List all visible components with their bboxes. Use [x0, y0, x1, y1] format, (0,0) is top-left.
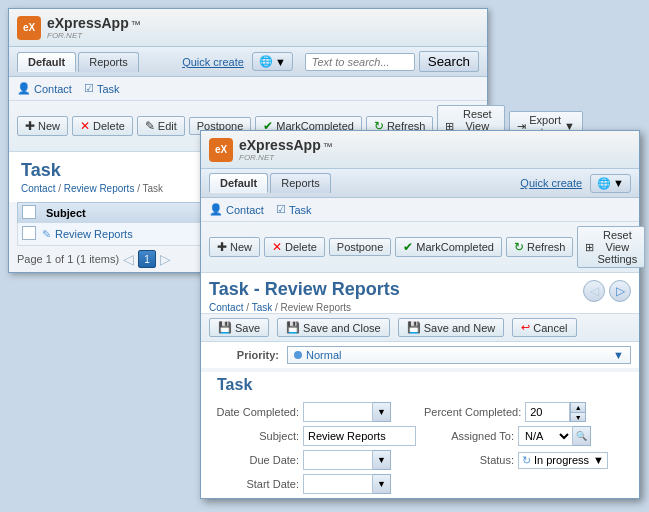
nav-arrows-2: ◁ ▷: [583, 280, 631, 302]
breadcrumb-contact-2[interactable]: Contact: [209, 302, 243, 313]
search-btn-1[interactable]: Search: [419, 51, 479, 72]
app-logo-2: eX: [209, 138, 233, 162]
tab-default-2[interactable]: Default: [209, 173, 268, 193]
breadcrumb-review-2: Review Reports: [281, 302, 352, 313]
quick-create-btn-2[interactable]: Quick create: [520, 177, 582, 189]
nav-icon-btn-2[interactable]: 🌐 ▼: [590, 174, 631, 193]
action-toolbar-2: ✚ New ✕ Delete Postpone ✔ MarkCompleted …: [201, 222, 639, 273]
save-and-new-btn-2[interactable]: 💾 Save and New: [398, 318, 505, 337]
date-completed-btn[interactable]: ▼: [373, 402, 391, 422]
next-arrow-2[interactable]: ▷: [609, 280, 631, 302]
edit-btn-1[interactable]: ✎ Edit: [137, 116, 185, 136]
due-date-row: Due Date: ▼: [209, 450, 416, 470]
percent-completed-group: ▲ ▼: [525, 402, 586, 422]
contact-icon-2: 👤: [209, 203, 223, 216]
check-icon-2: ✔: [403, 240, 413, 254]
status-dropdown[interactable]: ▼: [593, 454, 604, 466]
app-trademark-1: ™: [131, 19, 141, 30]
app-subtitle-1: FOR.NET: [47, 31, 141, 40]
status-field[interactable]: ↻ In progress ▼: [518, 452, 608, 469]
due-date-label: Due Date:: [209, 454, 299, 466]
priority-select-2[interactable]: Normal ▼: [287, 346, 631, 364]
save-close-icon-2: 💾: [286, 321, 300, 334]
task-link-2[interactable]: ☑ Task: [276, 203, 312, 216]
new-btn-1[interactable]: ✚ New: [17, 116, 68, 136]
due-date-input[interactable]: [303, 450, 373, 470]
save-and-close-btn-2[interactable]: 💾 Save and Close: [277, 318, 390, 337]
search-box-1: Search: [305, 51, 479, 72]
task-link-1[interactable]: ☑ Task: [84, 82, 120, 95]
start-date-btn[interactable]: ▼: [373, 474, 391, 494]
postpone-btn-2[interactable]: Postpone: [329, 238, 391, 256]
assigned-to-browse-btn[interactable]: 🔍: [573, 426, 591, 446]
page-next-1[interactable]: ▷: [160, 251, 171, 267]
tab-reports-2[interactable]: Reports: [270, 173, 331, 193]
tabs-1: Default Reports: [17, 52, 139, 72]
subject-link-1[interactable]: Review Reports: [55, 228, 133, 240]
priority-value-2: Normal: [306, 349, 341, 361]
page-prev-1[interactable]: ◁: [123, 251, 134, 267]
quick-create-btn-1[interactable]: Quick create: [182, 56, 244, 68]
cancel-btn-2[interactable]: ↩ Cancel: [512, 318, 576, 337]
prev-arrow-2[interactable]: ◁: [583, 280, 605, 302]
section-title-2: Task: [209, 372, 631, 396]
delete-btn-2[interactable]: ✕ Delete: [264, 237, 325, 257]
nav-icon-btn-1[interactable]: 🌐 ▼: [252, 52, 293, 71]
header-check-1[interactable]: [22, 205, 36, 219]
navbar-1: Default Reports Quick create 🌐 ▼ Search: [9, 47, 487, 77]
navbar-2: Default Reports Quick create 🌐 ▼: [201, 169, 639, 198]
start-date-input[interactable]: [303, 474, 373, 494]
contact-link-1[interactable]: 👤 Contact: [17, 82, 72, 95]
save-btn-2[interactable]: 💾 Save: [209, 318, 269, 337]
subject-label: Subject:: [209, 430, 299, 442]
new-icon-1: ✚: [25, 119, 35, 133]
detail-header: Task - Review Reports ◁ ▷ Contact / Task…: [201, 273, 639, 313]
due-date-btn[interactable]: ▼: [373, 450, 391, 470]
titlebar-1: eX eXpressApp ™ FOR.NET: [9, 9, 487, 47]
priority-dot-2: [294, 351, 302, 359]
edit-icon-1: ✎: [145, 119, 155, 133]
breadcrumb-reviewreports-1[interactable]: Review Reports: [64, 183, 135, 194]
breadcrumb-task-2[interactable]: Task: [252, 302, 273, 313]
save-bar-2: 💾 Save 💾 Save and Close 💾 Save and New ↩…: [201, 313, 639, 342]
breadcrumb-2: Contact / Task / Review Reports: [209, 302, 631, 313]
breadcrumb-contact-1[interactable]: Contact: [21, 183, 55, 194]
status-row: Status: ↻ In progress ▼: [424, 450, 631, 470]
save-new-icon-2: 💾: [407, 321, 421, 334]
assigned-to-row: Assigned To: N/A 🔍: [424, 426, 631, 446]
subject-input[interactable]: [303, 426, 416, 446]
row-check-1[interactable]: [22, 226, 36, 240]
priority-label-2: Priority:: [209, 349, 279, 361]
tab-reports-1[interactable]: Reports: [78, 52, 139, 72]
tab-default-1[interactable]: Default: [17, 52, 76, 72]
page-current-1[interactable]: 1: [138, 250, 156, 268]
delete-btn-1[interactable]: ✕ Delete: [72, 116, 133, 136]
app-title-group-1: eXpressApp ™ FOR.NET: [47, 15, 141, 40]
refresh-btn-2[interactable]: ↻ Refresh: [506, 237, 574, 257]
contact-icon-1: 👤: [17, 82, 31, 95]
spinner-down[interactable]: ▼: [570, 412, 586, 422]
markcompleted-btn-2[interactable]: ✔ MarkCompleted: [395, 237, 502, 257]
links-bar-1: 👤 Contact ☑ Task: [9, 77, 487, 101]
spinner-up[interactable]: ▲: [570, 402, 586, 412]
cancel-icon-2: ↩: [521, 321, 530, 334]
assigned-to-select[interactable]: N/A: [518, 426, 573, 446]
contact-link-2[interactable]: 👤 Contact: [209, 203, 264, 216]
percent-completed-input[interactable]: [525, 402, 570, 422]
reset-icon-2: ⊞: [585, 241, 594, 254]
date-completed-label: Date Completed:: [209, 406, 299, 418]
app-name-1: eXpressApp: [47, 15, 129, 31]
start-date-group: ▼: [303, 474, 391, 494]
reset-view-btn-2[interactable]: ⊞ Reset View Settings: [577, 226, 645, 268]
app-title-group-2: eXpressApp ™ FOR.NET: [239, 137, 333, 162]
form-grid-2: Date Completed: ▼ Percent Completed: ▲ ▼: [201, 398, 639, 498]
new-btn-2[interactable]: ✚ New: [209, 237, 260, 257]
detail-title-row: Task - Review Reports ◁ ▷: [209, 279, 631, 302]
row-edit-icon-1[interactable]: ✎: [42, 228, 51, 241]
dropdown-arrow-2: ▼: [613, 177, 624, 189]
pagination-text-1: Page 1 of 1 (1 items): [17, 253, 119, 265]
save-icon-2: 💾: [218, 321, 232, 334]
new-icon-2: ✚: [217, 240, 227, 254]
date-completed-input[interactable]: [303, 402, 373, 422]
search-input-1[interactable]: [305, 53, 415, 71]
